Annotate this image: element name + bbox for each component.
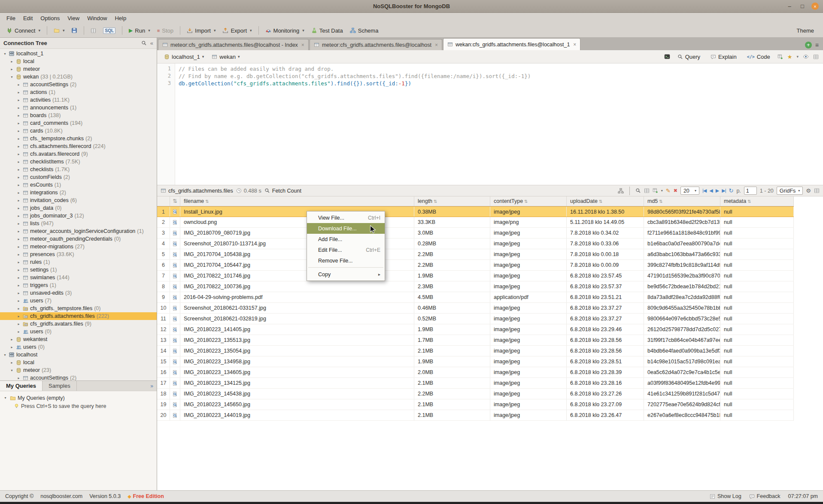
menu-view[interactable]: View — [64, 14, 83, 23]
stop-button[interactable]: ■ Stop — [154, 26, 176, 36]
collapse-arrow-icon[interactable]: ▾ — [2, 353, 8, 357]
tree-item-users[interactable]: ▸users(0) — [0, 328, 157, 335]
edit-document-icon[interactable]: ✎ — [666, 188, 671, 193]
table-row[interactable]: 19IMG_20180223_145650.jpg2.1MBimage/jpeg… — [157, 399, 794, 410]
prev-page-button[interactable]: ◀ — [709, 188, 712, 193]
menu-window[interactable]: Window — [83, 14, 111, 23]
tree-item-jobs_data[interactable]: ▸jobs_data(0) — [0, 204, 157, 212]
tree-item-checklistItems[interactable]: ▸checklistItems(7.5K) — [0, 158, 157, 166]
expand-arrow-icon[interactable]: ▸ — [16, 83, 21, 87]
tree-item-unsaved-edits[interactable]: ▸unsaved-edits(3) — [0, 289, 157, 297]
expand-arrow-icon[interactable]: ▸ — [16, 137, 21, 141]
tree-item-meteor_oauth_pendingCredentials[interactable]: ▸meteor_oauth_pendingCredentials(0) — [0, 235, 157, 243]
table-row[interactable]: 16IMG_20180223_134605.jpg2.0MBimage/jpeg… — [157, 367, 794, 378]
tree-item-boards[interactable]: ▸boards(138) — [0, 112, 157, 119]
expand-arrow-icon[interactable]: ▸ — [16, 106, 21, 110]
preview-file-icon[interactable] — [170, 378, 180, 388]
collapse-arrow-icon[interactable]: ▾ — [9, 75, 15, 79]
tree-item-activities[interactable]: ▸activities(11.1K) — [0, 96, 157, 104]
context-menu-item-view-file---[interactable]: View File...Ctrl+I — [307, 212, 385, 223]
my-queries-root[interactable]: ▾ My Queries (empty) — [3, 394, 154, 402]
theme-button[interactable]: Theme — [794, 26, 817, 36]
tree-item-cfs_gridfs.attachments.files[interactable]: ▸cfs_gridfs.attachments.files(222) — [0, 312, 157, 320]
table-row[interactable]: 17IMG_20180223_134125.jpg2.1MBimage/jpeg… — [157, 378, 794, 389]
tree-item-cfs_gridfs._tempstore.files[interactable]: ▸cfs_gridfs._tempstore.files(0) — [0, 305, 157, 312]
tree-item-invitation_codes[interactable]: ▸invitation_codes(6) — [0, 196, 157, 204]
add-document-icon[interactable] — [653, 188, 658, 193]
chevron-down-icon[interactable]: ▾ — [250, 28, 252, 33]
expand-arrow-icon[interactable]: ▸ — [16, 98, 21, 102]
expand-arrow-icon[interactable]: ▸ — [16, 206, 21, 210]
expand-arrow-icon[interactable]: ▸ — [16, 376, 21, 380]
import-button[interactable]: Import ▾ — [184, 26, 219, 36]
tree-item-settings[interactable]: ▸settings(1) — [0, 266, 157, 274]
tree-item-local[interactable]: ▸local — [0, 57, 157, 65]
table-row[interactable]: 1Install_Linux.jpg0.38MBimage/jpeg16.11.… — [157, 206, 794, 217]
tree-item-meteor[interactable]: ▸meteor — [0, 65, 157, 73]
tree-item-accountSettings[interactable]: ▸accountSettings(2) — [0, 81, 157, 88]
tree-item-cfs._tempstore.chunks[interactable]: ▸cfs._tempstore.chunks(2) — [0, 135, 157, 142]
shell-icon[interactable] — [664, 54, 670, 60]
table-row[interactable]: 15IMG_20180223_134958.jpg1.9MBimage/jpeg… — [157, 356, 794, 367]
table-row[interactable]: 11Screenshot_20180621-032819.jpg0.52MBim… — [157, 314, 794, 324]
table-row[interactable]: 3IMG_20180709_080719.jpg3.0MBimage/jpeg7… — [157, 228, 794, 238]
add-favorite-icon[interactable]: ★ — [787, 54, 793, 60]
tree-item-lists[interactable]: ▸lists(947) — [0, 220, 157, 227]
expand-arrow-icon[interactable]: ▸ — [16, 175, 21, 179]
tree-item-esCounts[interactable]: ▸esCounts(1) — [0, 181, 157, 189]
expand-arrow-icon[interactable]: ▸ — [16, 314, 21, 318]
delete-document-icon[interactable]: ✖ — [674, 188, 677, 193]
preview-file-icon[interactable] — [170, 303, 180, 313]
tree-item-wekantest[interactable]: ▸wekantest — [0, 335, 157, 343]
chevron-down-icon[interactable]: ▾ — [302, 28, 304, 33]
breadcrumb-database[interactable]: wekan ▾ — [209, 53, 242, 61]
tree-item-customFields[interactable]: ▸customFields(2) — [0, 173, 157, 181]
expand-arrow-icon[interactable]: ▸ — [16, 152, 21, 156]
menu-help[interactable]: Help — [111, 14, 130, 23]
column-header-metadata[interactable]: metadata⇅ — [720, 196, 794, 206]
schema-button[interactable]: Schema — [347, 26, 382, 36]
sort-icon[interactable]: ⇅ — [434, 199, 437, 204]
context-menu-item-remove-file---[interactable]: Remove File... — [307, 255, 385, 266]
tree-item-localhost_1[interactable]: ▾localhost_1 — [0, 50, 157, 57]
menu-options[interactable]: Options — [36, 14, 64, 23]
expand-arrow-icon[interactable]: ▸ — [16, 322, 21, 326]
expand-arrow-icon[interactable]: ▸ — [16, 307, 21, 311]
column-header-length[interactable]: length⇅ — [414, 196, 490, 206]
tab-close-icon[interactable]: × — [573, 42, 576, 48]
menu-edit[interactable]: Edit — [19, 14, 36, 23]
run-button[interactable]: ▶ Run ▾ — [126, 26, 153, 36]
last-page-button[interactable]: ▶| — [722, 188, 726, 193]
new-query-tab-icon[interactable] — [777, 54, 783, 60]
maximize-button[interactable]: □ — [799, 3, 806, 10]
column-header-filename[interactable]: filename⇅ — [180, 196, 414, 206]
expand-arrow-icon[interactable]: ▸ — [16, 168, 21, 172]
tree-item-meteor-migrations[interactable]: ▸meteor-migrations(27) — [0, 243, 157, 250]
test-data-button[interactable]: Test Data — [308, 26, 346, 36]
preview-file-icon[interactable] — [170, 356, 180, 367]
add-tab-button[interactable]: + — [805, 42, 812, 48]
tree-item-meteor[interactable]: ▾meteor(23) — [0, 366, 157, 374]
expand-arrow-icon[interactable]: ▸ — [9, 361, 15, 365]
expand-arrow-icon[interactable]: ▸ — [16, 245, 21, 249]
tab-close-icon[interactable]: × — [301, 42, 304, 48]
expand-arrow-icon[interactable]: ▸ — [16, 199, 21, 202]
table-row[interactable]: 14IMG_20180223_135054.jpg2.1MBimage/jpeg… — [157, 346, 794, 356]
chevron-down-icon[interactable]: ▾ — [63, 28, 65, 33]
tree-item-jobs_dominator_3[interactable]: ▸jobs_dominator_3(12) — [0, 212, 157, 220]
tree-item-checklists[interactable]: ▸checklists(1.7K) — [0, 166, 157, 173]
preview-file-icon[interactable] — [170, 314, 180, 324]
editor-tab[interactable]: wekan:cfs_gridfs.attachments.files@local… — [443, 38, 580, 50]
tree-item-wekan[interactable]: ▾wekan(33 | 0.21GB) — [0, 73, 157, 81]
expand-arrow-icon[interactable]: ▸ — [16, 237, 21, 241]
expand-arrow-icon[interactable]: ▸ — [9, 67, 15, 71]
site-link[interactable]: nosqlbooster.com — [40, 493, 82, 499]
sort-icon[interactable]: ⇅ — [599, 199, 602, 204]
tree-item-swimlanes[interactable]: ▸swimlanes(144) — [0, 274, 157, 281]
expand-arrow-icon[interactable]: ▸ — [16, 276, 21, 280]
table-row[interactable]: 4Screenshot_20180710-113714.jpg0.28MBima… — [157, 238, 794, 249]
chevron-down-icon[interactable]: ▾ — [148, 28, 150, 33]
monitoring-button[interactable]: Monitoring ▾ — [262, 26, 307, 36]
query-button[interactable]: Query — [674, 52, 703, 61]
expand-arrow-icon[interactable]: ▸ — [16, 284, 21, 287]
